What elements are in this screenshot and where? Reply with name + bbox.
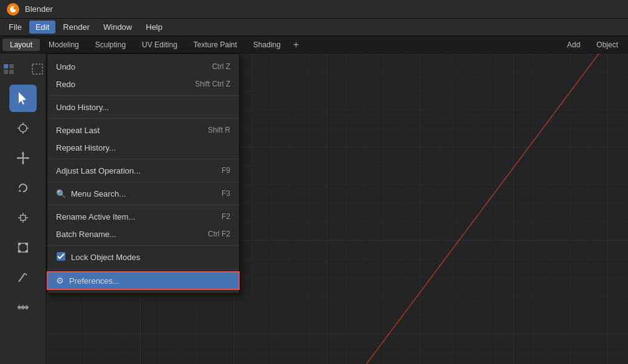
svg-rect-28: [26, 243, 28, 245]
batch-rename-shortcut: Ctrl F2: [208, 230, 230, 238]
svg-point-9: [19, 124, 27, 132]
main-area: Undo Ctrl Z Redo Shift Ctrl Z Undo Histo…: [0, 54, 628, 364]
app-title: Blender: [25, 4, 53, 14]
menu-search[interactable]: 🔍 Menu Search... F3: [47, 185, 239, 202]
svg-marker-17: [22, 162, 24, 164]
menu-redo[interactable]: Redo Shift Ctrl Z: [47, 75, 239, 93]
menu-item-window[interactable]: Window: [97, 21, 138, 34]
menu-item-render[interactable]: Render: [57, 21, 96, 34]
adjust-last-label: Adjust Last Operation...: [56, 166, 141, 175]
menu-search-label: Menu Search...: [71, 189, 126, 198]
repeat-last-label: Repeat Last: [56, 126, 100, 135]
left-sidebar: [0, 54, 47, 364]
menu-rename-active[interactable]: Rename Active Item... F2: [47, 208, 239, 225]
edit-dropdown-menu: Undo Ctrl Z Redo Shift Ctrl Z Undo Histo…: [47, 54, 240, 294]
tab-modeling[interactable]: Modeling: [41, 39, 87, 51]
rename-active-shortcut: F2: [222, 212, 230, 221]
batch-rename-label: Batch Rename...: [56, 230, 116, 239]
menu-repeat-last[interactable]: Repeat Last Shift R: [47, 121, 239, 139]
svg-marker-18: [17, 157, 19, 159]
svg-marker-32: [25, 273, 27, 276]
tab-texture-paint[interactable]: Texture Paint: [186, 39, 245, 51]
svg-marker-8: [19, 92, 26, 105]
search-icon: 🔍: [56, 189, 66, 198]
lock-object-modes-label: Lock Object Modes: [71, 253, 140, 262]
svg-point-2: [14, 6, 17, 9]
svg-rect-27: [18, 243, 21, 245]
tool-scale[interactable]: [9, 204, 37, 231]
menu-item-help[interactable]: Help: [139, 21, 169, 34]
tool-select[interactable]: [9, 85, 37, 112]
ws-object-label: Object: [589, 39, 626, 51]
svg-rect-30: [26, 250, 28, 253]
menu-undo-history[interactable]: Undo History...: [47, 98, 239, 116]
repeat-history-label: Repeat History...: [56, 143, 116, 152]
svg-rect-4: [9, 64, 14, 68]
tab-shading[interactable]: Shading: [246, 39, 288, 51]
menu-lock-object-modes[interactable]: Lock Object Modes: [47, 248, 239, 266]
tab-uv-editing[interactable]: UV Editing: [134, 39, 185, 51]
lock-object-modes-label-container: Lock Object Modes: [56, 251, 140, 263]
menu-undo[interactable]: Undo Ctrl Z: [47, 58, 239, 75]
separator-5: [47, 205, 239, 205]
tab-sculpting[interactable]: Sculpting: [88, 39, 133, 51]
menu-item-edit[interactable]: Edit: [29, 21, 55, 34]
svg-line-31: [19, 273, 25, 282]
separator-3: [47, 159, 239, 159]
add-workspace-button[interactable]: +: [289, 39, 302, 50]
ws-add-label[interactable]: Add: [560, 39, 588, 51]
svg-rect-5: [4, 70, 8, 74]
menu-batch-rename[interactable]: Batch Rename... Ctrl F2: [47, 225, 239, 243]
menu-repeat-history[interactable]: Repeat History...: [47, 139, 239, 156]
tool-measure[interactable]: [9, 294, 37, 321]
svg-rect-3: [4, 64, 8, 68]
tool-rotate[interactable]: [9, 174, 37, 202]
gear-icon: ⚙: [56, 276, 64, 286]
svg-marker-16: [22, 152, 24, 154]
svg-marker-19: [27, 157, 29, 159]
blender-logo-icon: [6, 2, 20, 16]
tool-annotate[interactable]: [9, 264, 37, 291]
svg-rect-6: [9, 70, 14, 74]
menu-search-shortcut: F3: [222, 189, 230, 198]
redo-shortcut: Shift Ctrl Z: [195, 80, 230, 88]
redo-label: Redo: [56, 80, 75, 89]
menu-bar: File Edit Render Window Help: [0, 19, 628, 36]
separator-1: [47, 95, 239, 96]
tool-transform[interactable]: [9, 234, 37, 261]
svg-rect-21: [21, 215, 26, 220]
rename-active-label: Rename Active Item...: [56, 212, 135, 222]
checkbox-checked-icon: [56, 251, 66, 263]
title-bar: Blender: [0, 0, 628, 19]
tab-layout[interactable]: Layout: [2, 39, 40, 51]
svg-marker-20: [19, 189, 21, 192]
tool-mode-selector[interactable]: [0, 57, 22, 81]
undo-label: Undo: [56, 62, 75, 72]
menu-preferences[interactable]: ⚙ Preferences...: [47, 272, 239, 289]
separator-2: [47, 118, 239, 119]
adjust-last-shortcut: F9: [222, 166, 230, 175]
separator-6: [47, 245, 239, 246]
menu-adjust-last[interactable]: Adjust Last Operation... F9: [47, 162, 239, 179]
separator-4: [47, 182, 239, 182]
svg-rect-7: [32, 64, 42, 74]
tool-cursor[interactable]: [9, 114, 37, 142]
separator-7: [47, 269, 239, 269]
tool-move[interactable]: [9, 144, 37, 172]
repeat-last-shortcut: Shift R: [208, 126, 230, 134]
svg-rect-29: [18, 250, 21, 253]
preferences-label: Preferences...: [69, 276, 120, 286]
workspace-bar: Layout Modeling Sculpting UV Editing Tex…: [0, 36, 628, 54]
menu-search-label-container: 🔍 Menu Search...: [56, 189, 126, 198]
menu-item-file[interactable]: File: [2, 21, 28, 34]
undo-history-label: Undo History...: [56, 103, 109, 112]
preferences-label-container: ⚙ Preferences...: [56, 276, 120, 286]
undo-shortcut: Ctrl Z: [212, 62, 230, 71]
